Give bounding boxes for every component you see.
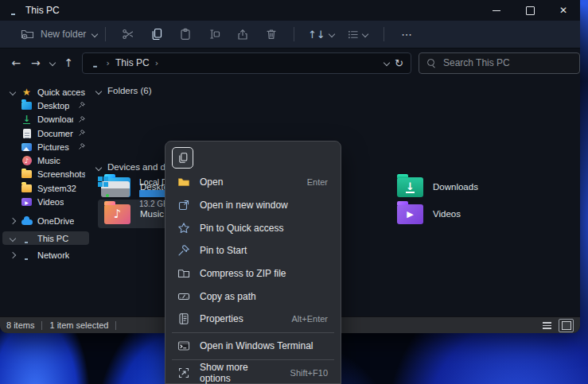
context-copy-button[interactable] [172,147,193,169]
windows-logo-icon [98,176,108,187]
new-folder-button[interactable]: New folder [21,28,97,41]
sidebar-item-label: Quick access [37,87,85,97]
context-menu-item-compress-to-zip[interactable]: Compress to ZIP file [165,262,341,285]
sidebar-item-desktop[interactable]: Desktop [2,99,89,112]
view-button[interactable] [339,22,376,46]
search-input[interactable] [442,56,572,69]
sidebar-item-network[interactable]: Network [2,248,89,262]
menu-item-label: Open in new window [200,200,288,211]
search-icon [426,58,436,68]
selection-count: 1 item selected [49,320,108,330]
chevron-down-icon [95,88,102,95]
maximize-button[interactable] [513,0,547,21]
folder-label: Downloads [433,182,478,192]
section-label: Folders (6) [107,86,152,95]
share-button[interactable] [228,22,257,46]
back-button[interactable]: ← [6,52,26,73]
breadcrumb-separator[interactable]: › [107,58,110,68]
terminal-icon [177,339,190,352]
local-disk-icon [98,176,131,200]
up-button[interactable]: ↑ [59,52,79,73]
sidebar-item-this-pc[interactable]: This PC [2,231,89,245]
sidebar-item-documents[interactable]: Documents [2,126,89,140]
navigation-bar: ← → ↑ › This PC › ↻ [0,48,580,77]
more-options-button[interactable]: ⋯ [392,22,421,46]
folder-label: Music [140,209,164,219]
sidebar-item-label: Network [37,250,69,260]
context-menu-item-properties[interactable]: Properties Alt+Enter [165,308,341,331]
menu-item-label: Pin to Quick access [200,223,283,234]
window-title: This PC [25,5,60,16]
refresh-icon[interactable]: ↻ [395,57,403,69]
divider [294,27,294,41]
copy-path-icon [177,290,190,303]
context-menu-item-pin-to-start[interactable]: Pin to Start [165,239,341,262]
address-bar[interactable]: › This PC › ↻ [82,52,411,74]
delete-button[interactable] [257,22,286,46]
pin-icon [78,130,85,137]
cut-button[interactable] [114,22,142,46]
copy-icon [177,152,189,164]
search-box[interactable] [419,52,580,74]
context-menu-item-open[interactable]: Open Enter [165,171,341,194]
paste-button[interactable] [171,22,200,46]
rename-icon [208,28,220,41]
onedrive-icon [21,219,33,225]
sidebar-item-screenshots[interactable]: Screenshots [2,168,89,181]
more-icon: ⋯ [401,28,412,41]
pin-icon [177,244,190,257]
desktop-icon [21,102,32,110]
chevron-down-icon [9,88,15,95]
sidebar-item-videos[interactable]: ▶ Videos [2,195,89,208]
chevron-right-icon [9,218,15,224]
sidebar-item-label: Downloads [37,114,73,124]
copy-button[interactable] [142,22,171,46]
sidebar-item-onedrive[interactable]: OneDrive [2,215,89,228]
breadcrumb-this-pc[interactable]: This PC [115,57,150,68]
minimize-button[interactable] [480,0,513,21]
open-new-window-icon [177,199,190,211]
network-icon [21,250,32,260]
close-button[interactable]: ✕ [547,0,580,21]
forward-button[interactable]: → [26,52,46,73]
new-folder-icon [21,28,34,41]
folder-tile-downloads[interactable]: ↓ Downloads [391,173,535,201]
details-view-button[interactable] [540,320,554,332]
sidebar-item-quick-access[interactable]: ★ Quick access [2,85,89,99]
sort-button[interactable]: ↑↓ [302,22,339,46]
titlebar: This PC ✕ [0,0,580,21]
menu-item-label: Properties [200,313,243,324]
rename-button[interactable] [200,22,228,46]
pin-icon [78,102,85,109]
divider [115,321,116,330]
chevron-down-icon [329,31,335,37]
chevron-down-icon [9,235,15,241]
zip-folder-icon [177,267,190,280]
folder-tile-videos[interactable]: ▶ Videos [391,200,535,228]
sidebar-item-downloads[interactable]: ↓ Downloads [2,113,89,126]
menu-separator [172,332,334,333]
context-menu-item-open-in-windows-terminal[interactable]: Open in Windows Terminal [165,335,341,358]
context-menu-item-copy-as-path[interactable]: Copy as path [165,285,341,308]
context-menu-item-open-in-new-window[interactable]: Open in new window [165,194,341,217]
address-dropdown-icon[interactable] [384,60,390,66]
context-menu-item-show-more-options[interactable]: Show more options Shift+F10 [165,362,341,384]
divider [105,27,106,41]
menu-item-label: Copy as path [200,291,256,302]
folders-section-header[interactable]: Folders (6) [96,86,152,95]
back-icon: ← [11,56,21,69]
sidebar-item-pictures[interactable]: Pictures [2,140,89,153]
music-icon: ♪ [22,156,32,165]
videos-folder-icon: ▶ [397,204,423,224]
menu-item-label: Open [200,176,223,188]
large-icons-view-button[interactable] [559,319,574,332]
command-bar: New folder [0,21,580,48]
sidebar-item-system32[interactable]: System32 [2,181,89,195]
context-menu-item-pin-to-quick-access[interactable]: Pin to Quick access [165,216,341,239]
breadcrumb-separator[interactable]: › [155,58,158,68]
sidebar-item-label: Pictures [37,142,69,152]
chevron-right-icon [9,252,15,258]
recent-locations-button[interactable] [45,52,59,73]
sidebar-item-label: Documents [37,129,73,138]
sidebar-item-music[interactable]: ♪ Music [2,153,89,167]
